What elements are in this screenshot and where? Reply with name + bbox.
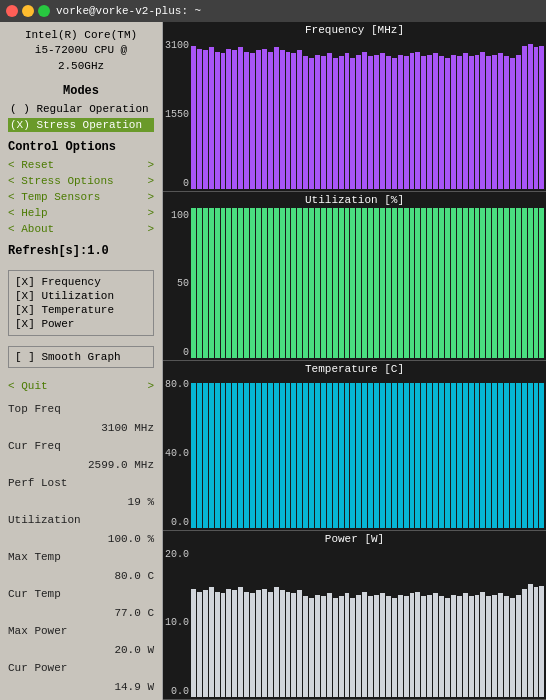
bar xyxy=(291,593,296,697)
cpu-line2: i5-7200U CPU @ xyxy=(8,43,154,58)
bar xyxy=(333,598,338,697)
bar xyxy=(445,58,450,189)
bar xyxy=(451,55,456,189)
bar xyxy=(232,208,237,359)
bar xyxy=(362,592,367,697)
bar xyxy=(528,584,533,697)
bar xyxy=(510,383,515,527)
stat-util-label: Utilization xyxy=(8,511,154,530)
bar xyxy=(197,49,202,189)
bar xyxy=(268,383,273,527)
bar xyxy=(463,383,468,527)
bar xyxy=(522,46,527,189)
bar xyxy=(433,593,438,697)
bar xyxy=(392,598,397,697)
utilization-y-axis: 100 50 0 xyxy=(163,208,191,361)
stat-max-temp-value: 80.0 C xyxy=(8,567,154,586)
bar xyxy=(386,383,391,527)
bar xyxy=(209,587,214,697)
bar xyxy=(415,52,420,189)
bar xyxy=(256,50,261,188)
bar xyxy=(486,56,491,188)
maximize-button[interactable] xyxy=(38,5,50,17)
quit-button[interactable]: < Quit > xyxy=(8,380,154,392)
bar xyxy=(539,46,544,189)
bar xyxy=(197,208,202,359)
bar xyxy=(475,383,480,527)
bar xyxy=(232,50,237,188)
bar xyxy=(232,383,237,527)
stat-util-value: 100.0 % xyxy=(8,530,154,549)
bar xyxy=(368,208,373,359)
bar xyxy=(516,55,521,189)
checkbox-frequency[interactable]: [X] Frequency xyxy=(15,275,147,289)
bar xyxy=(262,383,267,527)
stat-perf-lost-label: Perf Lost xyxy=(8,474,154,493)
modes-header: Modes xyxy=(8,84,154,98)
bar xyxy=(510,208,515,359)
stat-cur-temp-value: 77.0 C xyxy=(8,604,154,623)
bar xyxy=(534,47,539,188)
control-header: Control Options xyxy=(8,140,154,154)
checkbox-utilization[interactable]: [X] Utilization xyxy=(15,289,147,303)
window-controls[interactable] xyxy=(6,5,50,17)
control-about[interactable]: < About > xyxy=(8,222,154,236)
bar xyxy=(339,383,344,527)
bar xyxy=(528,383,533,527)
bar xyxy=(238,47,243,188)
bar xyxy=(486,208,491,359)
bar xyxy=(534,383,539,527)
stat-cur-freq-label: Cur Freq xyxy=(8,437,154,456)
control-stress-options[interactable]: < Stress Options > xyxy=(8,174,154,188)
bar xyxy=(309,598,314,697)
bar xyxy=(315,55,320,189)
window-title: vorke@vorke-v2-plus: ~ xyxy=(56,5,201,17)
bar xyxy=(339,56,344,188)
checkbox-power[interactable]: [X] Power xyxy=(15,317,147,331)
bar xyxy=(498,53,503,188)
bar xyxy=(504,208,509,359)
bar xyxy=(451,208,456,359)
bar xyxy=(268,592,273,697)
bar xyxy=(244,208,249,359)
control-temp-sensors[interactable]: < Temp Sensors > xyxy=(8,190,154,204)
smooth-graph-checkbox[interactable]: [ ] Smooth Graph xyxy=(8,346,154,368)
bar xyxy=(356,208,361,359)
close-button[interactable] xyxy=(6,5,18,17)
bar xyxy=(232,590,237,697)
minimize-button[interactable] xyxy=(22,5,34,17)
power-chart-wrapper: 20.0 10.0 0.0 xyxy=(163,547,546,700)
title-bar: vorke@vorke-v2-plus: ~ xyxy=(0,0,546,22)
bar xyxy=(297,50,302,188)
bar xyxy=(280,50,285,188)
bar xyxy=(427,595,432,697)
bar xyxy=(315,383,320,527)
bar xyxy=(226,383,231,527)
bar xyxy=(421,383,426,527)
bar xyxy=(221,593,226,697)
mode-stress[interactable]: (X) Stress Operation xyxy=(8,118,154,132)
bar xyxy=(463,53,468,188)
charts-area: Frequency [MHz] 3100 1550 0 Utilization … xyxy=(163,22,546,700)
checkbox-temperature[interactable]: [X] Temperature xyxy=(15,303,147,317)
bar xyxy=(191,383,196,527)
power-chart: Power [W] 20.0 10.0 0.0 xyxy=(163,531,546,701)
checkbox-group: [X] Frequency [X] Utilization [X] Temper… xyxy=(8,270,154,336)
utilization-chart-title: Utilization [%] xyxy=(163,192,546,208)
temperature-chart: Temperature [C] 80.0 40.0 0.0 xyxy=(163,361,546,531)
bar xyxy=(427,55,432,189)
bar xyxy=(250,208,255,359)
bar xyxy=(280,383,285,527)
bar xyxy=(445,383,450,527)
bar xyxy=(238,587,243,697)
mode-regular[interactable]: ( ) Regular Operation xyxy=(8,102,154,116)
bar xyxy=(380,53,385,188)
bar xyxy=(427,208,432,359)
bar xyxy=(534,208,539,359)
bar xyxy=(209,47,214,188)
bar xyxy=(404,56,409,188)
control-help[interactable]: < Help > xyxy=(8,206,154,220)
bar xyxy=(303,56,308,188)
control-reset[interactable]: < Reset > xyxy=(8,158,154,172)
bar xyxy=(345,383,350,527)
